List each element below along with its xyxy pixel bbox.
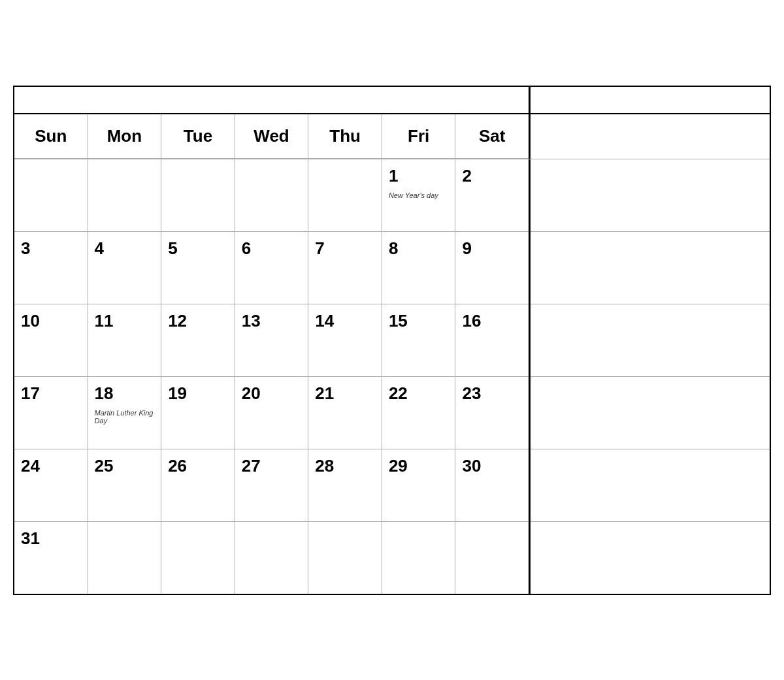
notes-cell-0[interactable] [531, 159, 770, 232]
day-header-mon: Mon [88, 114, 162, 158]
cell-date-number: 28 [315, 456, 375, 476]
cell-date-number: 5 [168, 238, 228, 259]
cell-date-number: 15 [389, 311, 449, 331]
cell-date-number: 8 [389, 238, 449, 259]
cell-date-number: 1 [389, 166, 449, 186]
day-header-wed: Wed [235, 114, 309, 158]
cell-date-number: 20 [242, 383, 302, 404]
cell-date-number: 25 [95, 456, 155, 476]
calendar-cell-2: 2 [455, 159, 529, 231]
cell-date-number: 18 [95, 383, 155, 404]
cell-date-number: 26 [168, 456, 228, 476]
cell-date-number: 13 [242, 311, 302, 331]
calendar-cell-24: 24 [14, 449, 88, 521]
cell-date-number: 31 [21, 528, 81, 549]
notes-column[interactable] [531, 159, 770, 594]
calendar-cell-14: 14 [308, 304, 382, 376]
calendar-grid: 1New Year's day2345678910111213141516171… [14, 159, 529, 594]
calendar-cell-13: 13 [235, 304, 309, 376]
calendar-cell-empty [161, 522, 235, 594]
calendar-cell-empty [235, 159, 309, 231]
calendar-cell-4: 4 [88, 232, 162, 304]
calendar-cell-empty [161, 159, 235, 231]
calendar-row-3: 1718Martin Luther King Day1920212223 [14, 377, 529, 449]
calendar-cell-15: 15 [382, 304, 456, 376]
calendar-cell-3: 3 [14, 232, 88, 304]
cell-date-number: 27 [242, 456, 302, 476]
cell-date-number: 10 [21, 311, 81, 331]
calendar-cell-empty [14, 159, 88, 231]
day-headers: SunMonTueWedThuFriSat [14, 114, 529, 159]
cell-date-number: 19 [168, 383, 228, 404]
cell-date-number: 7 [315, 238, 375, 259]
cell-date-number: 22 [389, 383, 449, 404]
cell-date-number: 6 [242, 238, 302, 259]
cell-holiday-label: New Year's day [389, 191, 449, 199]
cell-date-number: 14 [315, 311, 375, 331]
calendar-cell-17: 17 [14, 377, 88, 449]
calendar-container: SunMonTueWedThuFriSat 1New Year's day234… [13, 86, 771, 595]
cell-date-number: 23 [462, 383, 522, 404]
calendar-cell-7: 7 [308, 232, 382, 304]
cell-date-number: 9 [462, 238, 522, 259]
calendar-cell-empty [455, 522, 529, 594]
calendar-cell-6: 6 [235, 232, 309, 304]
calendar-row-4: 24252627282930 [14, 449, 529, 522]
calendar-cell-29: 29 [382, 449, 456, 521]
notes-cell-2[interactable] [531, 304, 770, 377]
day-header-fri: Fri [382, 114, 456, 158]
calendar-cell-empty [235, 522, 309, 594]
calendar-row-5: 31 [14, 522, 529, 594]
calendar-cell-25: 25 [88, 449, 162, 521]
calendar-row-0: 1New Year's day2 [14, 159, 529, 232]
calendar-cell-empty [308, 159, 382, 231]
cell-date-number: 24 [21, 456, 81, 476]
calendar-cell-21: 21 [308, 377, 382, 449]
cell-date-number: 29 [389, 456, 449, 476]
calendar-title-cell [14, 87, 531, 113]
cell-holiday-label: Martin Luther King Day [95, 409, 155, 425]
calendar-cell-8: 8 [382, 232, 456, 304]
calendar-cell-1: 1New Year's day [382, 159, 456, 231]
days-row: SunMonTueWedThuFriSat [14, 114, 770, 159]
calendar-cell-12: 12 [161, 304, 235, 376]
calendar-cell-23: 23 [455, 377, 529, 449]
notes-cell-3[interactable] [531, 377, 770, 449]
calendar-cell-30: 30 [455, 449, 529, 521]
cell-date-number: 21 [315, 383, 375, 404]
calendar-cell-16: 16 [455, 304, 529, 376]
calendar-row-1: 3456789 [14, 232, 529, 304]
calendar-cell-empty [308, 522, 382, 594]
day-header-tue: Tue [161, 114, 235, 158]
calendar-cell-empty [88, 522, 162, 594]
calendar-cell-empty [382, 522, 456, 594]
calendar-cell-11: 11 [88, 304, 162, 376]
header-row [14, 87, 770, 114]
calendar-cell-19: 19 [161, 377, 235, 449]
notes-header-spacer [531, 114, 770, 159]
calendar-cell-31: 31 [14, 522, 88, 594]
cell-date-number: 16 [462, 311, 522, 331]
notes-cell-5[interactable] [531, 522, 770, 594]
notes-title-cell [531, 87, 770, 113]
cell-date-number: 17 [21, 383, 81, 404]
cell-date-number: 2 [462, 166, 522, 186]
calendar-cell-5: 5 [161, 232, 235, 304]
cell-date-number: 12 [168, 311, 228, 331]
notes-cell-1[interactable] [531, 232, 770, 304]
calendar-cell-27: 27 [235, 449, 309, 521]
calendar-row-2: 10111213141516 [14, 304, 529, 377]
day-header-sun: Sun [14, 114, 88, 158]
cell-date-number: 3 [21, 238, 81, 259]
day-header-sat: Sat [455, 114, 529, 158]
cell-date-number: 11 [95, 311, 155, 331]
calendar-cell-28: 28 [308, 449, 382, 521]
cell-date-number: 30 [462, 456, 522, 476]
notes-cell-4[interactable] [531, 449, 770, 522]
calendar-cell-26: 26 [161, 449, 235, 521]
calendar-cell-empty [88, 159, 162, 231]
calendar-cell-9: 9 [455, 232, 529, 304]
calendar-cell-18: 18Martin Luther King Day [88, 377, 162, 449]
day-header-thu: Thu [308, 114, 382, 158]
calendar-body: 1New Year's day2345678910111213141516171… [14, 159, 770, 594]
